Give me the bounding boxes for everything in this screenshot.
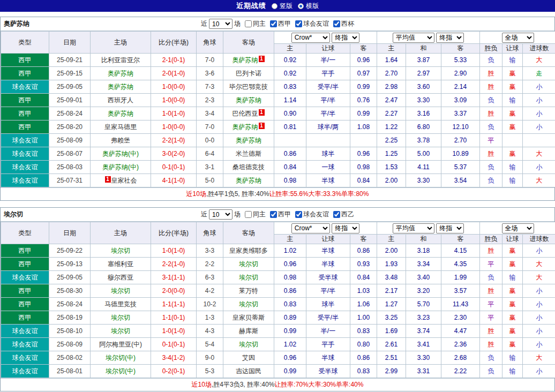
- match-type-badge[interactable]: 球会友谊: [1, 161, 49, 174]
- away-team: 皇家奥维耶多: [223, 244, 274, 258]
- team-label[interactable]: 奥萨苏纳: [232, 123, 258, 131]
- match-row: 西甲25-08-19埃尔切1-1(0-1)1-3皇家贝蒂斯0.89受平/半1.0…: [1, 311, 555, 325]
- team-label[interactable]: 埃尔切: [111, 327, 130, 335]
- laliga-checkbox[interactable]: [270, 211, 277, 218]
- team-label[interactable]: 巴列卡诺: [236, 70, 261, 77]
- match-type-badge[interactable]: 球会友谊: [1, 134, 49, 147]
- team-label[interactable]: 埃尔切: [239, 341, 258, 348]
- team-label[interactable]: 皇家贝蒂斯: [232, 314, 265, 321]
- team-label[interactable]: 奥萨苏纳(中): [102, 150, 139, 157]
- team-label[interactable]: 西班牙人: [108, 96, 133, 104]
- match-type-badge[interactable]: 球会友谊: [1, 365, 49, 378]
- view-option-vertical-label[interactable]: 竖版: [280, 2, 292, 11]
- view-option-vertical[interactable]: 竖版: [272, 2, 292, 11]
- filter-laliga[interactable]: 西甲: [267, 19, 291, 28]
- team-label[interactable]: 吉达国民: [236, 367, 261, 375]
- copa-checkbox[interactable]: [333, 20, 340, 27]
- same-home-checkbox[interactable]: [245, 211, 252, 218]
- radio-icon-vertical[interactable]: [272, 3, 278, 9]
- average-odds-select[interactable]: 平均值: [393, 223, 434, 233]
- odds-provider-select[interactable]: Crow*: [291, 33, 330, 43]
- team-label[interactable]: 奥萨苏纳: [236, 177, 261, 184]
- match-type-badge[interactable]: 西甲: [1, 244, 49, 258]
- match-type-badge[interactable]: 球会友谊: [1, 325, 49, 338]
- filter-club-friendly[interactable]: 球会友谊: [292, 19, 329, 28]
- match-type-badge[interactable]: 西甲: [1, 67, 49, 80]
- team-label[interactable]: 奥萨苏纳: [232, 56, 258, 64]
- filter-same-home[interactable]: 同主: [242, 210, 266, 219]
- team-label[interactable]: 比利亚雷亚尔: [101, 56, 140, 64]
- team-label[interactable]: 奥萨苏纳(中): [102, 163, 139, 171]
- team-label[interactable]: 奥萨苏纳: [108, 70, 133, 77]
- team-label[interactable]: 奥萨苏纳: [108, 110, 133, 117]
- match-type-badge[interactable]: 西甲: [1, 298, 49, 311]
- team-label[interactable]: 巴伦西亚: [232, 110, 258, 117]
- team-label[interactable]: 埃尔切: [239, 274, 258, 281]
- handicap-final-select[interactable]: 终指: [332, 33, 359, 43]
- away-team: 埃尔切: [223, 271, 274, 284]
- team-label[interactable]: 奥萨苏纳: [236, 96, 261, 104]
- full-match-select[interactable]: 全场: [502, 223, 534, 233]
- avg-home-odds: 2.00: [377, 244, 406, 258]
- match-date: 25-08-07: [49, 147, 91, 161]
- match-score: 1-0(1-0): [151, 107, 197, 120]
- recent-count-select[interactable]: 10: [209, 19, 232, 29]
- match-type-badge[interactable]: 西甲: [1, 120, 49, 134]
- same-home-checkbox[interactable]: [245, 20, 252, 27]
- filter-laliga[interactable]: 西甲: [267, 210, 291, 219]
- team-label[interactable]: 埃尔切: [239, 300, 258, 308]
- average-odds-select[interactable]: 平均值: [393, 33, 434, 43]
- odds-provider-select[interactable]: Crow*: [291, 223, 330, 233]
- filter-club-friendly[interactable]: 球会友谊: [292, 210, 329, 219]
- team-label[interactable]: 阿尔梅里亚(中): [99, 341, 142, 348]
- club-friendly-checkbox[interactable]: [295, 211, 302, 218]
- team-label[interactable]: 奥萨苏纳: [236, 137, 261, 144]
- team-label[interactable]: 毕尔巴鄂竞技: [229, 83, 268, 91]
- match-type-badge[interactable]: 球会友谊: [1, 147, 49, 161]
- match-type-badge[interactable]: 球会友谊: [1, 80, 49, 94]
- filter-segunda[interactable]: 西乙: [331, 210, 354, 219]
- match-type-badge[interactable]: 西甲: [1, 54, 49, 67]
- team-label[interactable]: 穆尔西亚: [108, 274, 133, 281]
- team-label[interactable]: 赫库斯: [239, 327, 258, 335]
- club-friendly-checkbox[interactable]: [295, 20, 302, 27]
- team-label[interactable]: 埃尔切: [111, 314, 130, 321]
- segunda-checkbox[interactable]: [333, 211, 340, 218]
- match-type-badge[interactable]: 西甲: [1, 107, 49, 120]
- team-label[interactable]: 埃尔切: [111, 287, 130, 295]
- laliga-checkbox[interactable]: [270, 20, 277, 27]
- view-option-horizontal-label[interactable]: 横版: [306, 2, 319, 11]
- team-label[interactable]: 艾因: [242, 354, 255, 361]
- europe-final-select[interactable]: 终指: [436, 33, 464, 43]
- filter-same-home[interactable]: 同主: [242, 19, 266, 28]
- team-label[interactable]: 埃尔切: [111, 247, 130, 254]
- team-label[interactable]: 埃尔切: [239, 260, 258, 268]
- match-type-badge[interactable]: 西甲: [1, 258, 49, 271]
- match-type-badge[interactable]: 西甲: [1, 94, 49, 107]
- team-label[interactable]: 马德里竞技: [104, 300, 137, 308]
- team-label[interactable]: 莱万特: [239, 287, 258, 295]
- full-match-select[interactable]: 全场: [502, 33, 534, 43]
- match-type-badge[interactable]: 球会友谊: [1, 271, 49, 284]
- team-label[interactable]: 奥萨苏纳: [108, 83, 133, 91]
- match-type-badge[interactable]: 球会友谊: [1, 351, 49, 365]
- team-label[interactable]: 埃尔切(中): [106, 367, 136, 375]
- match-type-badge[interactable]: 西甲: [1, 284, 49, 298]
- team-label[interactable]: 皇家奥维耶多: [229, 247, 268, 254]
- match-type-badge[interactable]: 球会友谊: [1, 338, 49, 351]
- recent-count-select[interactable]: 10: [209, 209, 232, 220]
- europe-final-select[interactable]: 终指: [436, 223, 464, 233]
- team-label[interactable]: 皇家社会: [111, 177, 137, 184]
- team-label[interactable]: 埃尔切(中): [106, 354, 136, 361]
- view-option-horizontal[interactable]: 横版: [298, 2, 319, 11]
- match-type-badge[interactable]: 球会友谊: [1, 174, 49, 187]
- filter-copa[interactable]: 西杯: [331, 19, 354, 28]
- team-label[interactable]: 塞维利亚: [108, 260, 133, 268]
- radio-icon-horizontal[interactable]: [298, 3, 304, 9]
- team-label[interactable]: 皇家马德里: [104, 123, 137, 131]
- team-label[interactable]: 弗赖堡: [111, 137, 130, 144]
- handicap-final-select[interactable]: 终指: [332, 223, 359, 233]
- match-type-badge[interactable]: 西甲: [1, 311, 49, 325]
- team-label[interactable]: 米兰德斯: [236, 150, 261, 157]
- team-label[interactable]: 桑坦德竞技: [232, 163, 265, 171]
